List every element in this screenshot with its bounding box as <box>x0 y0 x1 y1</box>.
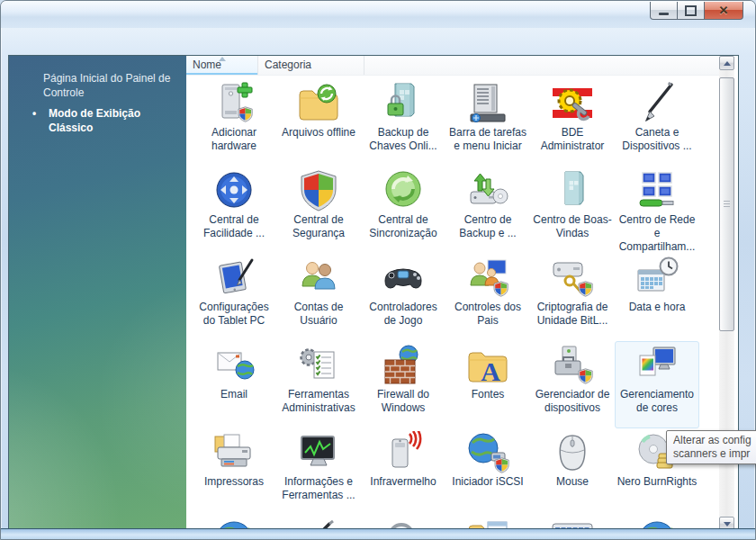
item-add-hardware[interactable]: Adicionar hardware <box>192 79 276 166</box>
item-label: Caneta e Dispositivos ... <box>616 126 698 153</box>
item-tablet-pc[interactable]: Configurações do Tablet PC <box>192 254 276 341</box>
explorer-window: ✕ ▸ Painel de Controle ▸ ▼ <box>0 0 756 540</box>
item-label: Criptografia de Unidade BitL... <box>531 301 614 328</box>
item-color-management[interactable]: Gerenciamento de cores <box>615 341 699 428</box>
item-label: Gerenciador de dispositivos <box>531 388 614 415</box>
minimize-icon <box>659 13 669 15</box>
bullet-icon: • <box>32 106 36 121</box>
item-label: Fontes <box>472 388 505 401</box>
backup-center-icon <box>466 169 509 212</box>
item-security-center[interactable]: Central de Segurança <box>276 166 361 254</box>
ease-of-access-icon <box>212 169 256 212</box>
item-label: Controles dos Pais <box>446 301 529 328</box>
item-sync-center[interactable]: Central de Sincronização <box>361 166 446 254</box>
offline-files-icon <box>297 82 340 125</box>
item-label: Central de Segurança <box>277 213 360 240</box>
item-ease-of-access[interactable]: Central de Facilidade ... <box>192 166 276 254</box>
item-offline-files[interactable]: Arquivos offline <box>276 79 361 166</box>
item-label: Mouse <box>556 475 589 489</box>
scrollbar-thumb[interactable] <box>719 77 734 331</box>
navigation-bar: ▸ Painel de Controle ▸ ▼ <box>1 28 755 55</box>
tablet-pc-icon <box>212 256 256 300</box>
item-label: BDE Administrator <box>531 126 614 153</box>
item-label: Informações e Ferramentas ... <box>277 475 360 502</box>
item-performance-info[interactable]: Informações e Ferramentas ... <box>276 428 361 516</box>
window-bottom-frame <box>1 528 755 539</box>
scroll-up-icon <box>724 61 731 66</box>
item-fonts[interactable]: AFontes <box>446 341 530 428</box>
item-admin-tools[interactable]: Ferramentas Administrativas <box>276 341 361 428</box>
item-label: Nero BurnRights <box>617 475 698 489</box>
client-area: Página Inicial do Painel de Controle •Mo… <box>8 55 739 532</box>
item-label: Ferramentas Administrativas <box>277 388 360 415</box>
item-label: Backup de Chaves Onli... <box>362 126 445 153</box>
item-label: Arquivos offline <box>282 126 356 140</box>
item-pen-devices[interactable]: Caneta e Dispositivos ... <box>615 79 699 166</box>
item-welcome-center[interactable]: Centro de Boas-Vindas <box>530 166 615 254</box>
mouse-icon <box>551 431 594 474</box>
fonts-icon: A <box>466 344 509 387</box>
tooltip: Alterar as config scanners e impr <box>666 430 756 464</box>
item-backup-center[interactable]: Centro de Backup e ... <box>446 166 530 254</box>
icon-grid: Adicionar hardwareArquivos offlineBackup… <box>192 79 714 531</box>
windows-firewall-icon <box>382 344 425 387</box>
item-label: Configurações do Tablet PC <box>193 301 275 328</box>
sort-asc-icon <box>219 57 226 61</box>
close-button[interactable]: ✕ <box>705 2 743 20</box>
email-icon <box>212 344 256 387</box>
column-header-name[interactable]: Nome <box>186 56 258 75</box>
item-taskbar-start-menu[interactable]: Barra de tarefas e menu Iniciar <box>446 79 530 166</box>
sidebar-item-classic-view[interactable]: •Modo de Exibição Clássico <box>9 106 186 135</box>
column-headers: Nome Categoria <box>186 56 719 76</box>
item-label: Impressoras <box>204 475 264 489</box>
add-hardware-icon <box>212 82 256 125</box>
parental-controls-icon <box>466 256 509 300</box>
scroll-down-icon <box>724 522 731 526</box>
item-windows-firewall[interactable]: Firewall do Windows <box>361 341 446 428</box>
maximize-icon <box>685 5 697 16</box>
item-bde-administrator[interactable]: BDE Administrator <box>530 79 615 166</box>
item-label: Data e hora <box>629 301 686 314</box>
welcome-center-icon <box>551 169 594 212</box>
item-device-manager[interactable]: Gerenciador de dispositivos <box>530 341 615 428</box>
item-bitlocker[interactable]: Criptografia de Unidade BitL... <box>530 254 615 341</box>
items-view: Nome Categoria Adicionar hardwareArquivo… <box>186 56 738 531</box>
column-header-category[interactable]: Categoria <box>258 56 364 75</box>
item-label: Central de Sincronização <box>362 213 445 240</box>
user-accounts-icon <box>297 256 340 300</box>
game-controllers-icon <box>382 256 425 300</box>
item-label: Contas de Usuário <box>277 301 360 328</box>
minimize-button[interactable] <box>650 2 678 20</box>
maximize-button[interactable] <box>678 2 705 20</box>
item-label: Iniciador iSCSI <box>452 475 523 489</box>
item-mouse[interactable]: Mouse <box>530 428 615 516</box>
iscsi-initiator-icon <box>466 431 509 474</box>
admin-tools-icon <box>297 344 340 387</box>
item-label: Gerenciamento de cores <box>616 388 698 415</box>
item-label: Controladores de Jogo <box>362 301 445 328</box>
item-label: Adicionar hardware <box>193 126 275 153</box>
sync-center-icon <box>382 169 425 212</box>
printers-icon <box>212 431 256 474</box>
item-infrared[interactable]: Infravermelho <box>361 428 446 516</box>
item-date-time[interactable]: Data e hora <box>615 254 699 341</box>
sidebar-item-control-panel-home[interactable]: Página Inicial do Painel de Controle <box>9 71 186 100</box>
item-printers[interactable]: Impressoras <box>192 428 276 516</box>
item-email[interactable]: Email <box>192 341 276 428</box>
title-bar[interactable] <box>1 1 755 28</box>
item-user-accounts[interactable]: Contas de Usuário <box>276 254 361 341</box>
item-label: Centro de Rede e Compartilham... <box>616 213 698 254</box>
item-iscsi-initiator[interactable]: Iniciador iSCSI <box>446 428 530 516</box>
item-credential-backup[interactable]: Backup de Chaves Onli... <box>361 79 446 166</box>
item-game-controllers[interactable]: Controladores de Jogo <box>361 254 446 341</box>
device-manager-icon <box>551 344 594 387</box>
item-network-sharing-center[interactable]: Centro de Rede e Compartilham... <box>615 166 699 254</box>
color-management-icon <box>635 344 679 387</box>
item-label: Barra de tarefas e menu Iniciar <box>446 126 529 153</box>
security-center-icon <box>297 169 340 212</box>
bde-administrator-icon <box>551 82 594 125</box>
bitlocker-icon <box>551 256 594 300</box>
item-parental-controls[interactable]: Controles dos Pais <box>446 254 530 341</box>
scroll-up-button[interactable] <box>719 56 734 70</box>
infrared-icon <box>382 431 425 474</box>
